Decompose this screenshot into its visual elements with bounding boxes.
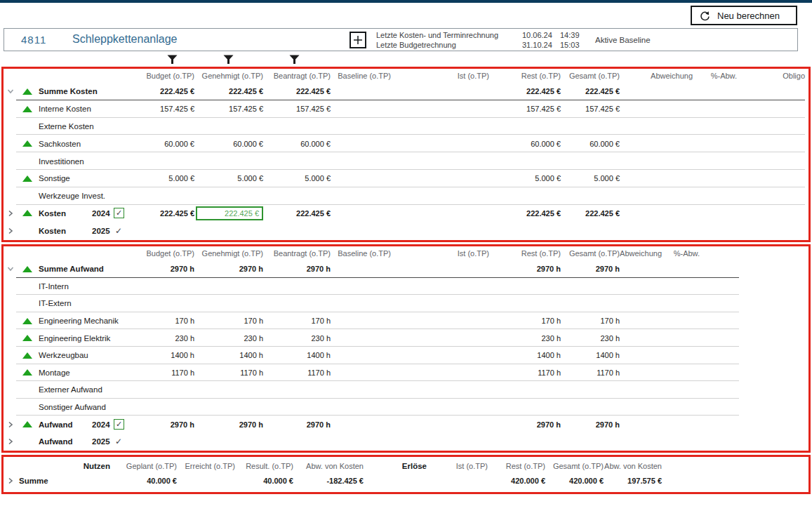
table-row: Montage1170 h1170 h1170 h1170 h1170 h [4,364,739,382]
value-cell: 5.000 € [263,174,331,182]
column-header: Gesamt (o.TP) [561,249,620,258]
table-row: Summe Aufwand2970 h2970 h2970 h2970 h297… [4,260,739,278]
value-cell: 1170 h [142,368,194,377]
chevron-right-icon[interactable] [4,227,18,235]
app-screen: Neu berechnen 4811 Schleppkettenanlage L… [0,0,812,518]
value-cell: 170 h [142,317,194,325]
triangle-up-icon [22,421,32,427]
value-cell: 1170 h [561,368,620,377]
triangle-up-icon [22,352,32,359]
value-cell: 2970 h [194,420,263,429]
chevron-right-icon[interactable] [4,420,18,429]
value-cell: 157.425 € [194,105,263,113]
chevron-down-icon[interactable] [4,87,18,95]
row-year: 2024 [92,209,110,218]
value-cell: 170 h [489,317,561,325]
last-cost-calc-time: 14:39 [560,31,580,41]
chevron-right-icon[interactable] [4,477,18,485]
value-cell: 222.425 € [142,87,194,95]
value-cell: -182.425 € [293,477,364,485]
last-calculation-dates: 10.06.24 31.10.24 [522,31,552,50]
value-cell: 420.000 € [488,477,545,485]
value-cell: 60.000 € [194,140,263,148]
column-header: Erlöse [364,462,427,470]
value-cell: 222.425 € [263,209,331,218]
table-row: IT-Extern [4,295,739,312]
table-row: Kosten2025✓ [4,222,805,239]
year-checkbox[interactable]: ✓ [114,208,124,218]
project-name: Schleppkettenanlage [72,33,177,46]
row-label: Kosten [37,227,92,235]
column-header: Result. (o.TP) [235,462,293,470]
chevron-down-icon[interactable] [4,265,18,273]
table-row: Summe40.000 €40.000 €-182.425 €420.000 €… [4,473,662,489]
add-button[interactable] [350,32,366,48]
value-cell: 230 h [263,334,331,343]
table-row: Summe Kosten222.425 €222.425 €222.425 €2… [4,83,805,100]
last-cost-calc-date: 10.06.24 [522,31,552,41]
row-label: Investitionen [37,157,110,166]
column-header: Abweichung [620,72,693,80]
value-cell: 2970 h [142,420,194,429]
column-header: Geplant (o.TP) [110,462,177,470]
last-budget-calc-label: Letzte Budgetrechnung [376,41,498,51]
row-label: Summe [18,477,110,485]
value-cell: 170 h [194,317,263,325]
top-accent-bar [0,0,812,3]
value-cell: 60.000 € [489,140,561,148]
value-cell: 2970 h [263,420,331,429]
value-cell: 157.425 € [561,105,620,113]
column-header: Abweichung [620,249,662,258]
value-cell: 1170 h [263,368,331,377]
last-calculation-labels: Letzte Kosten- und Terminrechnung Letzte… [376,31,498,50]
value-cell: 1400 h [194,351,263,359]
row-label: Sachkosten [37,140,110,148]
filter-icon[interactable] [167,55,178,65]
recalculate-button[interactable]: Neu berechnen [691,6,797,25]
column-header-row: Budget (o.TP)Genehmigt (o.TP)Beantragt (… [4,69,805,83]
table-row: Externer Aufwand [4,381,739,399]
year-checkbox[interactable]: ✓ [114,419,124,430]
row-label: Externe Kosten [37,122,110,131]
table-row: Sachkosten60.000 €60.000 €60.000 €60.000… [4,135,805,152]
table-row: Aufwand2024✓2970 h2970 h2970 h2970 h2970… [4,416,739,433]
row-label: Sonstiger Aufwand [37,403,110,411]
last-budget-calc-time: 15:03 [560,41,580,51]
triangle-up-icon [22,175,32,182]
trend-cell [18,106,37,112]
value-cell: 40.000 € [110,477,177,485]
value-cell: 2970 h [561,420,620,429]
chevron-right-icon[interactable] [4,437,18,446]
chevron-right-icon[interactable] [4,209,18,218]
trend-cell [18,421,37,427]
value-cell: 222.425 € [489,87,561,95]
filter-icon[interactable] [223,55,234,65]
checkmark-icon: ✓ [115,437,122,446]
triangle-up-icon [22,369,32,376]
check-cell: ✓ [110,226,142,236]
value-cell: 1170 h [194,368,263,377]
row-label: Interne Kosten [37,105,110,113]
column-header: Abw. von Kosten [293,462,364,470]
value-cell: 60.000 € [263,140,331,148]
recalculate-label: Neu berechnen [717,11,780,21]
value-cell: 1170 h [489,368,561,377]
value-cell: 1400 h [561,351,620,359]
value-cell: 2970 h [561,265,620,273]
triangle-up-icon [22,266,32,272]
column-header: Beantragt (o.TP) [263,72,331,80]
column-header: Beantragt (o.TP) [263,249,331,258]
editable-value-cell[interactable]: 222.425 € [196,206,263,220]
triangle-up-icon [22,210,32,216]
row-label: Werkzeuge Invest. [37,192,110,200]
filter-icon[interactable] [289,55,300,65]
value-cell: 5.000 € [142,174,194,182]
column-header: Baseline (o.TP) [331,249,391,258]
table-row: Werkzeuge Invest. [4,187,805,205]
project-header: 4811 Schleppkettenanlage Letzte Kosten- … [4,28,798,51]
plus-icon [353,35,363,45]
table-row: Interne Kosten157.425 €157.425 €157.425 … [4,100,805,118]
trend-cell [18,335,37,341]
row-label: Aufwand [37,437,92,446]
table-row: Externe Kosten [4,118,805,135]
